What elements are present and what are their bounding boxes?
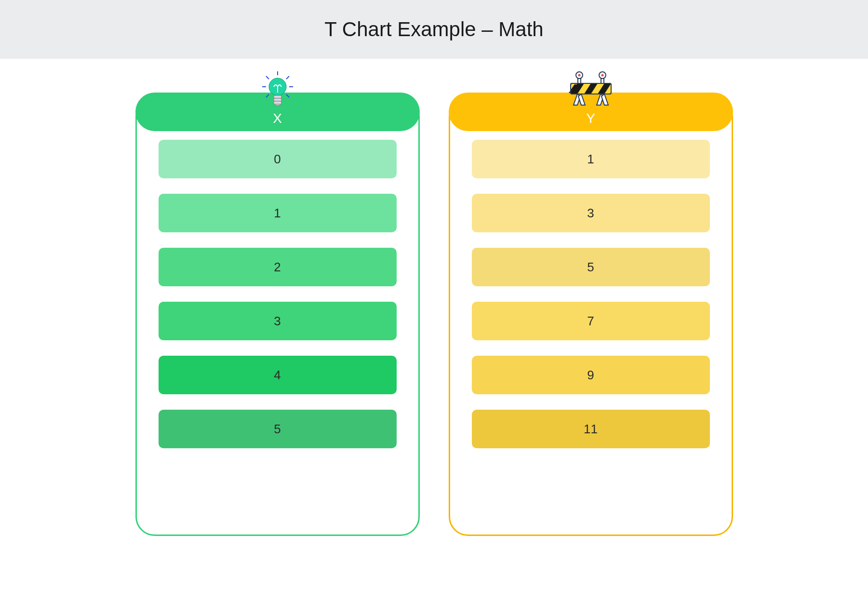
svg-line-1 <box>266 76 269 79</box>
column-y: Y 1 3 5 7 9 11 <box>449 97 733 536</box>
cell-y-4: 9 <box>472 356 710 394</box>
svg-rect-17 <box>601 79 604 83</box>
cell-y-1: 3 <box>472 194 710 232</box>
svg-marker-27 <box>578 94 585 105</box>
cell-y-5: 11 <box>472 410 710 448</box>
svg-line-5 <box>266 94 269 97</box>
lightbulb-icon <box>259 71 296 112</box>
cell-x-5: 5 <box>159 410 397 448</box>
cell-x-4: 4 <box>159 356 397 394</box>
svg-rect-10 <box>274 98 281 101</box>
cell-x-1: 1 <box>159 194 397 232</box>
svg-point-13 <box>578 74 580 77</box>
column-y-label: Y <box>586 111 595 126</box>
column-x-label: X <box>273 111 282 126</box>
page-title: T Chart Example – Math <box>324 18 543 41</box>
svg-line-6 <box>286 94 289 97</box>
cell-y-3: 7 <box>472 302 710 340</box>
svg-line-2 <box>286 76 289 79</box>
t-chart: X 0 1 2 3 4 5 <box>0 59 868 536</box>
svg-rect-16 <box>578 79 581 83</box>
barrier-icon <box>567 71 615 109</box>
cell-x-0: 0 <box>159 140 397 178</box>
svg-rect-11 <box>274 101 281 104</box>
svg-point-15 <box>601 74 603 77</box>
column-y-body: 1 3 5 7 9 11 <box>449 97 733 536</box>
svg-marker-29 <box>601 94 608 105</box>
cell-y-0: 1 <box>472 140 710 178</box>
column-x-body: 0 1 2 3 4 5 <box>135 97 420 536</box>
column-x: X 0 1 2 3 4 5 <box>135 97 420 536</box>
cell-y-2: 5 <box>472 248 710 286</box>
header-bar: T Chart Example – Math <box>0 0 868 59</box>
cell-x-2: 2 <box>159 248 397 286</box>
svg-rect-9 <box>274 95 281 98</box>
cell-x-3: 3 <box>159 302 397 340</box>
